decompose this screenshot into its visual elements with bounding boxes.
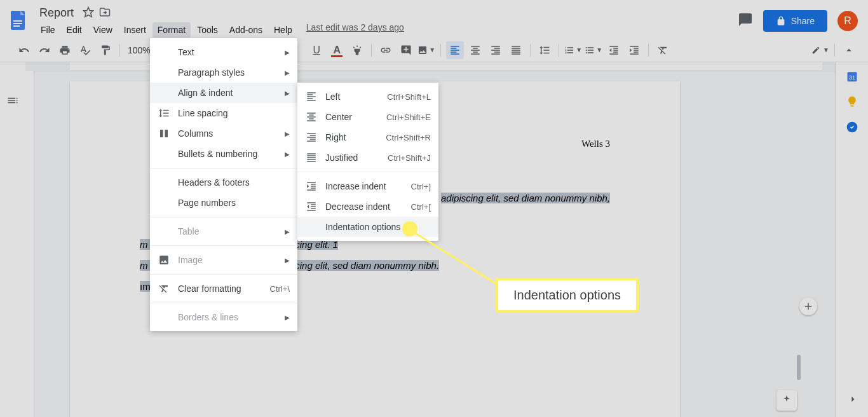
outline-icon[interactable] xyxy=(6,94,19,417)
align-indent-submenu: LeftCtrl+Shift+L CenterCtrl+Shift+E Righ… xyxy=(297,83,438,241)
menu-view[interactable]: View xyxy=(88,22,118,38)
clear-formatting-icon[interactable] xyxy=(654,41,672,59)
align-left-icon[interactable] xyxy=(446,41,464,59)
side-panel: 31 xyxy=(835,62,868,417)
format-headers-footers[interactable]: Headers & footers xyxy=(150,172,297,193)
increase-indent-icon[interactable] xyxy=(625,41,643,59)
svg-rect-1 xyxy=(13,20,22,22)
format-clear-formatting[interactable]: Clear formattingCtrl+\ xyxy=(150,278,297,299)
keep-icon[interactable] xyxy=(846,95,858,108)
toolbar: 100%▼ 12▼ B I U A ▼ ▼ ▼ ▼ xyxy=(0,38,868,62)
redo-icon[interactable] xyxy=(36,41,53,59)
vertical-ruler[interactable] xyxy=(25,71,34,417)
align-right[interactable]: RightCtrl+Shift+R xyxy=(297,127,438,147)
format-table: Table▶ xyxy=(150,221,297,242)
explore-button[interactable] xyxy=(776,390,797,411)
menu-file[interactable]: File xyxy=(36,22,60,38)
format-bullets-numbering[interactable]: Bullets & numbering▶ xyxy=(150,144,297,164)
menu-format[interactable]: Format xyxy=(153,22,191,38)
menu-addons[interactable]: Add-ons xyxy=(224,22,268,38)
add-comment-button[interactable] xyxy=(799,297,817,315)
format-image: Image▶ xyxy=(150,250,297,270)
menu-edit[interactable]: Edit xyxy=(62,22,87,38)
menu-tools[interactable]: Tools xyxy=(192,22,223,38)
menu-insert[interactable]: Insert xyxy=(119,22,151,38)
insert-comment-icon[interactable] xyxy=(397,41,415,59)
numbered-list-icon[interactable]: ▼ xyxy=(564,41,582,59)
svg-rect-8 xyxy=(160,130,163,137)
format-line-spacing[interactable]: Line spacing xyxy=(150,103,297,123)
format-paragraph-styles[interactable]: Paragraph styles▶ xyxy=(150,62,297,83)
collapse-toolbar-icon[interactable] xyxy=(840,41,858,59)
spellcheck-icon[interactable] xyxy=(76,41,94,59)
svg-rect-9 xyxy=(165,130,168,137)
format-page-numbers[interactable]: Page numbers xyxy=(150,193,297,213)
align-justify-icon[interactable] xyxy=(507,41,525,59)
align-right-icon[interactable] xyxy=(487,41,505,59)
editing-mode-icon[interactable]: ▼ xyxy=(811,41,829,59)
highlight-icon[interactable] xyxy=(348,41,366,59)
share-label: Share xyxy=(791,16,815,26)
line-spacing-icon[interactable] xyxy=(536,41,553,59)
svg-rect-2 xyxy=(13,23,22,24)
svg-rect-3 xyxy=(13,25,20,27)
text-color-icon[interactable]: A xyxy=(328,41,346,59)
bulleted-list-icon[interactable]: ▼ xyxy=(585,41,602,59)
scrollbar-thumb[interactable] xyxy=(797,355,801,380)
star-icon[interactable] xyxy=(83,6,94,20)
increase-indent[interactable]: Increase indentCtrl+] xyxy=(297,176,438,196)
underline-icon[interactable]: U xyxy=(308,41,325,59)
format-align-indent[interactable]: Align & indent▶ xyxy=(150,83,297,103)
menu-bar: File Edit View Insert Format Tools Add-o… xyxy=(36,22,738,38)
callout-label: Indentation options xyxy=(496,278,639,313)
svg-text:31: 31 xyxy=(848,74,855,81)
format-columns[interactable]: Columns▶ xyxy=(150,123,297,144)
insert-image-icon[interactable]: ▼ xyxy=(417,41,435,59)
tasks-icon[interactable] xyxy=(846,121,858,133)
align-center-icon[interactable] xyxy=(466,41,484,59)
side-panel-more-icon[interactable] xyxy=(846,393,859,408)
move-icon[interactable] xyxy=(99,6,111,20)
decrease-indent-icon[interactable] xyxy=(605,41,623,59)
svg-marker-4 xyxy=(84,7,93,17)
align-justified[interactable]: JustifiedCtrl+Shift+J xyxy=(297,147,438,168)
format-text[interactable]: Text▶ xyxy=(150,42,297,62)
align-left[interactable]: LeftCtrl+Shift+L xyxy=(297,86,438,107)
account-avatar[interactable]: R xyxy=(837,11,858,31)
paint-format-icon[interactable] xyxy=(97,41,114,59)
undo-icon[interactable] xyxy=(15,41,33,59)
decrease-indent[interactable]: Decrease indentCtrl+[ xyxy=(297,196,438,217)
last-edit-link[interactable]: Last edit was 2 days ago xyxy=(306,22,404,38)
document-title[interactable]: Report xyxy=(36,5,78,21)
comments-icon[interactable] xyxy=(738,12,753,30)
share-button[interactable]: Share xyxy=(763,10,827,32)
docs-logo[interactable] xyxy=(5,8,31,33)
calendar-icon[interactable]: 31 xyxy=(846,70,858,83)
menu-help[interactable]: Help xyxy=(269,22,297,38)
print-icon[interactable] xyxy=(56,41,74,59)
callout-marker xyxy=(402,221,417,236)
format-borders-lines: Borders & lines▶ xyxy=(150,307,297,327)
format-dropdown: Text▶ Paragraph styles▶ Align & indent▶ … xyxy=(150,38,297,331)
align-center[interactable]: CenterCtrl+Shift+E xyxy=(297,107,438,127)
insert-link-icon[interactable] xyxy=(377,41,395,59)
